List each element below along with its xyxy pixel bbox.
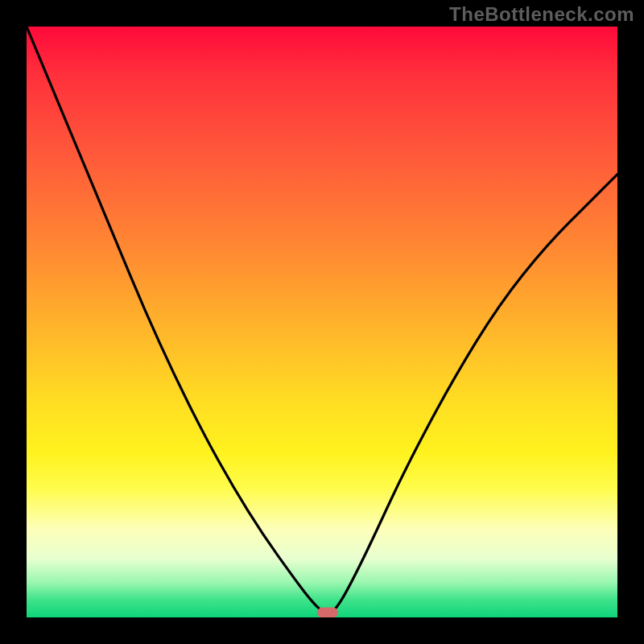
optimal-point-marker bbox=[317, 608, 338, 617]
bottleneck-curve bbox=[27, 27, 617, 617]
chart-frame: TheBottleneck.com bbox=[0, 0, 644, 644]
watermark-text: TheBottleneck.com bbox=[449, 3, 634, 26]
plot-area bbox=[27, 27, 617, 617]
